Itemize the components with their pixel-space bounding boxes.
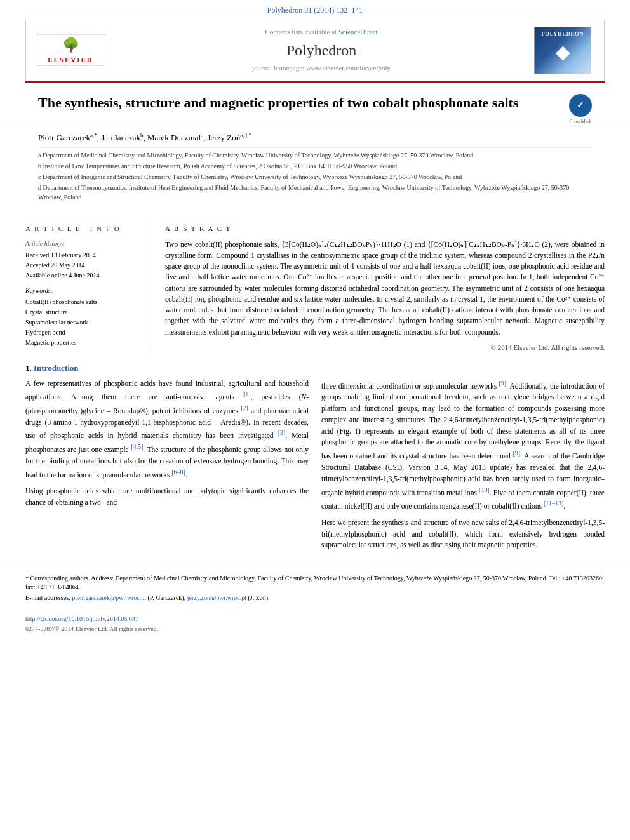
- section-1-title: Introduction: [34, 363, 79, 373]
- footnote-corresponding: * Corresponding authors. Address: Depart…: [25, 574, 605, 592]
- keyword-2: Crystal structure: [25, 308, 139, 317]
- cover-image-area: POLYHEDRON ◆: [534, 27, 604, 74]
- elsevier-logo-area: 🌳 ELSEVIER: [26, 34, 109, 66]
- affiliations-block: a Department of Medicinal Chemistry and …: [38, 147, 592, 206]
- accepted-date: Accepted 20 May 2014: [25, 261, 139, 270]
- footnote-section: * Corresponding authors. Address: Depart…: [0, 563, 630, 611]
- received-date: Received 13 February 2014: [25, 251, 139, 260]
- sup-c: c: [201, 132, 203, 138]
- cover-graphic: ◆: [556, 40, 570, 65]
- journal-citation: Polyhedron 81 (2014) 132–141: [0, 0, 630, 20]
- sup-b: b: [140, 132, 144, 138]
- email1-person: (P. Garczarek),: [147, 594, 185, 601]
- elsevier-logo: 🌳 ELSEVIER: [32, 34, 109, 66]
- ref-9a[interactable]: [9]: [499, 380, 506, 387]
- email1-link[interactable]: piotr.garczarek@pwr.wroc.pl: [72, 594, 146, 601]
- intro-left-column: A few representatives of phosphonic acid…: [25, 378, 309, 557]
- journal-name: Polyhedron: [109, 40, 534, 62]
- intro-para-1: A few representatives of phosphonic acid…: [25, 378, 309, 509]
- available-date: Available online 4 June 2014: [25, 271, 139, 280]
- ref-9b[interactable]: [9]: [513, 450, 520, 457]
- journal-homepage: journal homepage: www.elsevier.com/locat…: [109, 63, 534, 73]
- abstract-column: A B S T R A C T Two new cobalt(II) phosp…: [152, 224, 605, 352]
- article-info-heading: A R T I C L E I N F O: [25, 224, 139, 234]
- affiliation-c: c Department of Inorganic and Structural…: [38, 172, 592, 182]
- ref-10[interactable]: [10]: [479, 486, 490, 493]
- footnote-divider: [25, 570, 605, 570]
- author-janczak: Jan Janczak: [101, 133, 140, 142]
- tree-icon: 🌳: [62, 36, 79, 55]
- sciencedirect-label: Contents lists available at ScienceDirec…: [109, 27, 534, 37]
- intro-para-2: three-dimensional coordination or supram…: [321, 378, 605, 552]
- sciencedirect-link-text[interactable]: ScienceDirect: [338, 28, 378, 36]
- ref-2[interactable]: [2]: [241, 404, 248, 411]
- keywords-label: Keywords:: [25, 286, 139, 295]
- keyword-5: Magnetic properties: [25, 338, 139, 347]
- email-label: E-mail addresses:: [25, 594, 70, 601]
- article-title: The synthesis, structure and magnetic pr…: [38, 94, 559, 112]
- journal-cover: POLYHEDRON ◆: [534, 27, 591, 74]
- author-zon: Jerzy Zoń: [208, 133, 241, 142]
- journal-title-area: Contents lists available at ScienceDirec…: [109, 27, 534, 73]
- main-content-area: A R T I C L E I N F O Article history: R…: [0, 215, 630, 352]
- footnote-emails: E-mail addresses: piotr.garczarek@pwr.wr…: [25, 594, 605, 603]
- keywords-section: Keywords: Cobalt(II) phosphonate salts C…: [25, 286, 139, 347]
- affiliation-b: b Institute of Low Temperatures and Stru…: [38, 161, 592, 171]
- authors-line: Piotr Garczareka,*, Jan Janczakb, Marek …: [38, 131, 592, 144]
- history-label: Article history:: [25, 239, 139, 248]
- sup-a-star: a,*: [90, 132, 97, 138]
- sup-ad-star: a,d,*: [240, 132, 251, 138]
- keyword-3: Supramolecular network: [25, 318, 139, 327]
- article-info-column: A R T I C L E I N F O Article history: R…: [25, 224, 152, 352]
- journal-header-box: 🌳 ELSEVIER Contents lists available at S…: [25, 20, 605, 81]
- authors-section: Piotr Garczareka,*, Jan Janczakb, Marek …: [0, 126, 630, 211]
- ref-4-5[interactable]: [4,5]: [131, 443, 143, 450]
- email2-person: (J. Zoń).: [248, 594, 269, 601]
- intro-right-column: three-dimensional coordination or supram…: [321, 378, 605, 557]
- ref-6-8[interactable]: [6–8]: [171, 469, 185, 476]
- ref-3[interactable]: [3]: [278, 429, 286, 436]
- crossmark-badge[interactable]: ✓ CrossMark: [569, 94, 592, 117]
- copyright-notice: © 2014 Elsevier Ltd. All rights reserved…: [165, 343, 605, 352]
- elsevier-brand: ELSEVIER: [48, 55, 93, 65]
- cover-title: POLYHEDRON: [542, 30, 584, 37]
- keyword-1: Cobalt(II) phosphonate salts: [25, 298, 139, 307]
- keyword-4: Hydrogen bond: [25, 328, 139, 337]
- section-1-number: 1.: [25, 363, 32, 373]
- abstract-text: Two new cobalt(II) phosphonate salts, {3…: [165, 239, 605, 338]
- article-title-section: The synthesis, structure and magnetic pr…: [0, 83, 630, 126]
- email2-link[interactable]: jerzy.zon@pwr.wroc.pl: [187, 594, 246, 601]
- crossmark-icon[interactable]: ✓: [569, 94, 592, 117]
- author-duczmal: Marek Duczmal: [147, 133, 201, 142]
- intro-columns: A few representatives of phosphonic acid…: [25, 378, 605, 557]
- ref-1[interactable]: [1]: [243, 390, 251, 397]
- doi-line[interactable]: http://dx.doi.org/10.1016/j.poly.2014.05…: [0, 611, 630, 625]
- introduction-section: 1. Introduction A few representatives of…: [0, 352, 630, 556]
- author-garczarek: Piotr Garczarek: [38, 133, 90, 142]
- ref-11-13[interactable]: [11–13]: [544, 500, 563, 507]
- affiliation-d: d Department of Thermodynamics, Institut…: [38, 183, 592, 202]
- abstract-heading: A B S T R A C T: [165, 224, 605, 234]
- affiliation-a: a Department of Medicinal Chemistry and …: [38, 150, 592, 160]
- issn-copyright: 0277-5387/© 2014 Elsevier Ltd. All right…: [0, 625, 630, 640]
